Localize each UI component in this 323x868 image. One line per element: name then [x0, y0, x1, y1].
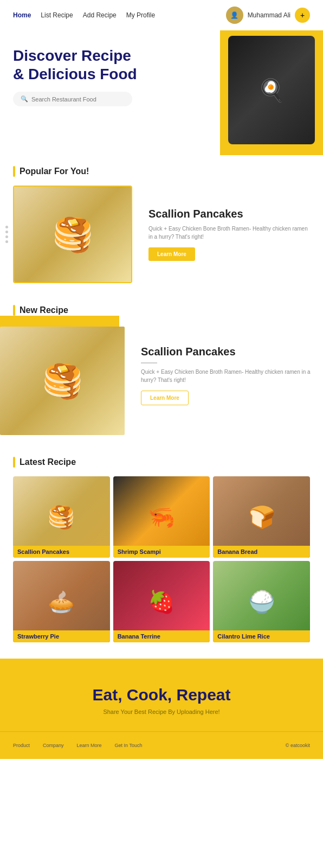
- popular-learn-more-button[interactable]: Learn More: [148, 247, 195, 261]
- new-recipe-section-title: New Recipe: [0, 294, 323, 316]
- popular-card: 🥞 Scallion Pancakes Quick + Easy Chicken…: [13, 186, 310, 283]
- footer-links: ProductCompanyLearn MoreGet In Touch© ea…: [0, 731, 323, 759]
- user-menu-button[interactable]: +: [295, 8, 310, 23]
- latest-recipe-grid: 🥞 Scallion Pancakes 🦐 Shrimp Scampi 🍞 Ba…: [13, 476, 310, 642]
- recipe-card-label: Cilantro Lime Rice: [213, 630, 310, 642]
- search-input[interactable]: [31, 96, 125, 103]
- navbar: Home List Recipe Add Recipe My Profile 👤…: [0, 0, 323, 30]
- recipe-card-label: Banana Terrine: [113, 630, 210, 642]
- recipe-card[interactable]: 🍚 Cilantro Lime Rice: [213, 561, 310, 642]
- avatar: 👤: [226, 7, 243, 24]
- recipe-card[interactable]: 🥧 Strawberry Pie: [13, 561, 110, 642]
- new-recipe-learn-more-button[interactable]: Learn More: [141, 391, 189, 405]
- popular-recipe-desc: Quick + Easy Chicken Bone Broth Ramen- H…: [148, 225, 310, 241]
- footer-cta-subtitle: Share Your Best Recipe By Uploading Here…: [13, 709, 310, 715]
- new-recipe-info: Scallion Pancakes Quick + Easy Chicken B…: [141, 346, 323, 405]
- nav-my-profile[interactable]: My Profile: [126, 11, 155, 19]
- popular-recipe-name: Scallion Pancakes: [148, 208, 310, 220]
- latest-section-title: Latest Recipe: [13, 457, 310, 468]
- footer-link[interactable]: Product: [13, 743, 30, 748]
- nav-add-recipe[interactable]: Add Recipe: [83, 11, 117, 19]
- dot: [5, 231, 8, 233]
- recipe-card-label: Strawberry Pie: [13, 630, 110, 642]
- popular-section: Popular For You! 🥞 Scallion Pancakes Qui…: [0, 155, 323, 294]
- nav-links: Home List Recipe Add Recipe My Profile: [13, 11, 155, 19]
- popular-info: Scallion Pancakes Quick + Easy Chicken B…: [148, 208, 310, 261]
- popular-image-wrap: 🥞: [13, 186, 138, 283]
- nav-home[interactable]: Home: [13, 11, 31, 19]
- recipe-card[interactable]: 🍓 Banana Terrine: [113, 561, 210, 642]
- new-recipe-section: New Recipe 🥞 Scallion Pancakes Quick + E…: [0, 294, 323, 446]
- search-icon: 🔍: [21, 95, 28, 103]
- footer-cta-title: Eat, Cook, Repeat: [13, 686, 310, 704]
- search-bar[interactable]: 🔍: [13, 92, 132, 106]
- new-recipe-divider: [141, 362, 157, 363]
- recipe-card-label: Banana Bread: [213, 546, 310, 558]
- hero-content: Discover Recipe & Delicious Food 🔍: [13, 47, 310, 144]
- recipe-card[interactable]: 🍞 Banana Bread: [213, 476, 310, 558]
- footer-link[interactable]: Get In Touch: [115, 743, 143, 748]
- footer-copyright: © eatcookit: [286, 743, 310, 748]
- dot: [5, 240, 8, 243]
- nav-user: 👤 Muhammad Ali +: [226, 7, 310, 24]
- hero-section: Discover Recipe & Delicious Food 🔍 🍳: [0, 30, 323, 155]
- new-recipe-image-wrap: 🥞: [0, 316, 130, 435]
- new-recipe-name: Scallion Pancakes: [141, 346, 312, 358]
- popular-food-emoji: 🥞: [14, 187, 131, 282]
- recipe-card[interactable]: 🦐 Shrimp Scampi: [113, 476, 210, 558]
- popular-food-image: 🥞: [13, 186, 132, 283]
- popular-dots: [5, 226, 8, 243]
- dot: [5, 235, 8, 238]
- recipe-card-label: Scallion Pancakes: [13, 546, 110, 558]
- hero-title: Discover Recipe & Delicious Food: [13, 47, 310, 83]
- nav-list-recipe[interactable]: List Recipe: [41, 11, 73, 19]
- new-recipe-card: 🥞 Scallion Pancakes Quick + Easy Chicken…: [0, 316, 323, 446]
- recipe-card[interactable]: 🥞 Scallion Pancakes: [13, 476, 110, 558]
- footer-link[interactable]: Company: [43, 743, 64, 748]
- new-recipe-food-image: 🥞: [0, 327, 125, 435]
- popular-section-title: Popular For You!: [13, 166, 310, 177]
- new-recipe-desc: Quick + Easy Chicken Bone Broth Ramen- H…: [141, 368, 312, 384]
- recipe-card-label: Shrimp Scampi: [113, 546, 210, 558]
- footer-link[interactable]: Learn More: [77, 743, 102, 748]
- username-label: Muhammad Ali: [248, 11, 290, 19]
- latest-recipe-section: Latest Recipe 🥞 Scallion Pancakes 🦐 Shri…: [0, 446, 323, 653]
- footer-cta: Eat, Cook, Repeat Share Your Best Recipe…: [0, 659, 323, 731]
- dot: [5, 226, 8, 228]
